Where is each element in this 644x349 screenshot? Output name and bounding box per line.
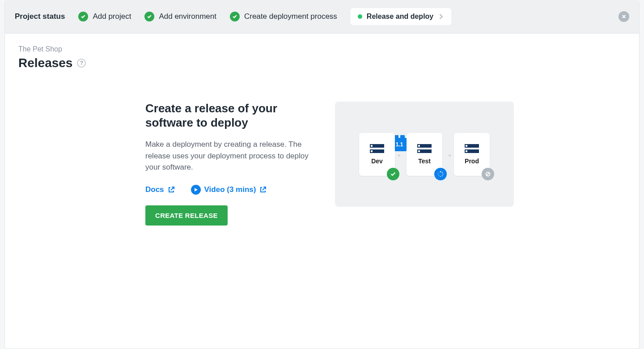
docs-link[interactable]: Docs — [145, 185, 175, 194]
status-progress-badge — [434, 168, 447, 180]
svg-point-6 — [438, 174, 438, 174]
close-icon — [622, 13, 626, 21]
env-card-dev: Dev — [359, 133, 395, 176]
check-icon — [230, 12, 240, 21]
current-step-dot-icon — [358, 14, 362, 19]
play-icon — [191, 185, 201, 195]
step-add-project[interactable]: Add project — [78, 12, 131, 21]
status-ok-badge — [387, 168, 399, 180]
main-content: Create a release of your software to dep… — [5, 70, 639, 239]
section-heading: Create a release of your software to dep… — [145, 102, 320, 130]
spinner-icon — [437, 171, 444, 177]
page-title: Releases — [18, 56, 72, 70]
server-icon — [370, 144, 384, 153]
check-icon — [78, 12, 88, 21]
section-description: Make a deployment by creating a release.… — [145, 139, 320, 173]
check-icon — [390, 171, 396, 177]
step-label: Add environment — [159, 12, 216, 21]
help-links: Docs Video (3 mins) — [145, 185, 320, 195]
chevron-right-icon — [438, 13, 444, 20]
stop-icon — [485, 171, 491, 177]
env-label: Dev — [371, 157, 383, 165]
page-title-row: Releases ? — [18, 56, 626, 70]
breadcrumb[interactable]: The Pet Shop — [18, 45, 626, 53]
status-bar-title: Project status — [15, 12, 65, 21]
create-release-button[interactable]: CREATE RELEASE — [145, 205, 228, 226]
server-icon — [465, 144, 479, 153]
step-release-and-deploy[interactable]: Release and deploy — [351, 8, 451, 25]
external-link-icon — [168, 186, 175, 193]
release-intro: Create a release of your software to dep… — [145, 102, 320, 226]
project-status-bar: Project status Add project Add environme… — [5, 0, 639, 34]
help-icon[interactable]: ? — [77, 59, 86, 68]
env-card-prod: Prod — [454, 133, 490, 176]
package-version: 1.1 — [396, 141, 403, 148]
step-add-environment[interactable]: Add environment — [144, 12, 216, 21]
step-label: Create deployment process — [244, 12, 337, 21]
svg-point-0 — [440, 171, 441, 172]
svg-point-1 — [442, 172, 443, 173]
svg-point-4 — [440, 176, 441, 177]
env-card-test: Test — [407, 133, 442, 176]
status-disabled-badge — [482, 168, 494, 180]
external-link-icon — [259, 186, 267, 193]
close-status-bar-button[interactable] — [619, 11, 629, 22]
video-link-label: Video (3 mins) — [204, 185, 256, 194]
step-label: Release and deploy — [367, 13, 433, 21]
docs-link-label: Docs — [145, 185, 164, 194]
svg-point-3 — [442, 175, 443, 176]
video-link[interactable]: Video (3 mins) — [191, 185, 267, 195]
release-pipeline-illustration: 1.1 Dev Test — [335, 102, 514, 207]
svg-point-2 — [442, 173, 443, 174]
page-header: The Pet Shop Releases ? — [5, 34, 639, 70]
step-create-deployment-process[interactable]: Create deployment process — [230, 12, 337, 21]
check-icon — [144, 12, 154, 21]
env-label: Test — [418, 157, 431, 165]
server-icon — [417, 144, 432, 153]
app-window: Project status Add project Add environme… — [4, 0, 640, 349]
env-label: Prod — [465, 157, 479, 165]
svg-point-5 — [439, 175, 440, 176]
svg-point-7 — [439, 172, 439, 172]
step-label: Add project — [93, 12, 131, 21]
